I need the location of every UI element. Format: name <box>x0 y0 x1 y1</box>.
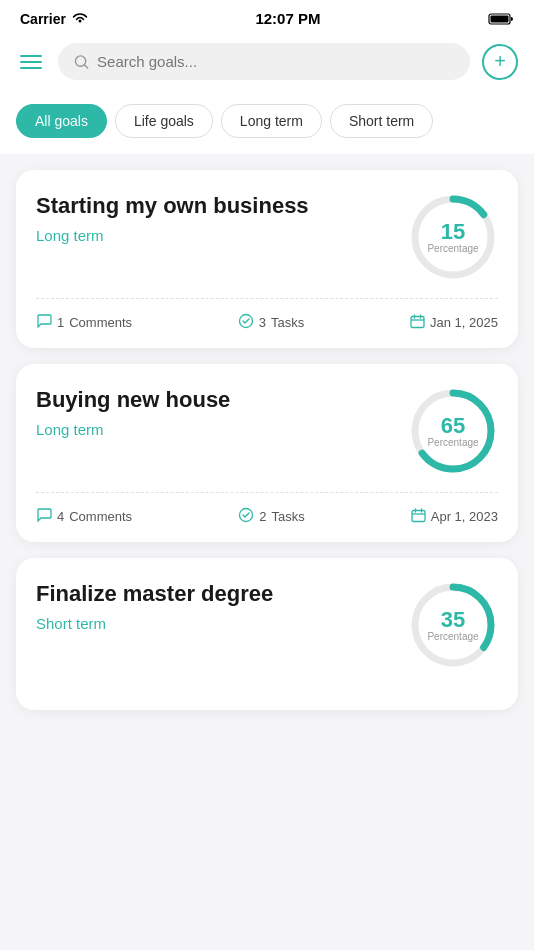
carrier-label: Carrier <box>20 11 66 27</box>
wifi-icon <box>72 11 88 27</box>
comments-label-2: Comments <box>69 509 132 524</box>
tasks-count-1: 3 <box>259 315 266 330</box>
progress-circle-2: 65 Percentage <box>408 386 498 476</box>
card-top-1: Starting my own business Long term 15 Pe… <box>36 192 498 282</box>
svg-rect-7 <box>411 316 424 327</box>
status-bar: Carrier 12:07 PM <box>0 0 534 33</box>
header: + <box>0 33 534 94</box>
tab-life-goals[interactable]: Life goals <box>115 104 213 138</box>
add-goal-button[interactable]: + <box>482 44 518 80</box>
goal-title-2: Buying new house <box>36 386 396 415</box>
goals-list: Starting my own business Long term 15 Pe… <box>0 154 534 710</box>
percent-label-2: Percentage <box>427 437 478 448</box>
goal-card-3[interactable]: Finalize master degree Short term 35 Per… <box>16 558 518 710</box>
footer-comments-1: 1 Comments <box>36 313 132 332</box>
tasks-label-1: Tasks <box>271 315 304 330</box>
progress-circle-1: 15 Percentage <box>408 192 498 282</box>
comment-icon-1 <box>36 313 52 332</box>
card-info-2: Buying new house Long term <box>36 386 396 438</box>
goal-category-1: Long term <box>36 227 396 244</box>
status-time: 12:07 PM <box>255 10 320 27</box>
footer-tasks-2: 2 Tasks <box>238 507 304 526</box>
comments-count-2: 4 <box>57 509 64 524</box>
svg-point-6 <box>239 315 252 328</box>
filter-tabs: All goals Life goals Long term Short ter… <box>0 94 534 154</box>
goal-category-3: Short term <box>36 615 396 632</box>
goal-card-1[interactable]: Starting my own business Long term 15 Pe… <box>16 170 518 348</box>
percent-num-2: 65 <box>427 415 478 437</box>
comments-count-1: 1 <box>57 315 64 330</box>
svg-rect-14 <box>412 510 425 521</box>
card-footer-1: 1 Comments 3 Tasks <box>36 313 498 332</box>
card-top-2: Buying new house Long term 65 Percentage <box>36 386 498 476</box>
goal-category-2: Long term <box>36 421 396 438</box>
goal-card-2[interactable]: Buying new house Long term 65 Percentage <box>16 364 518 542</box>
search-bar[interactable] <box>58 43 470 80</box>
comment-icon-2 <box>36 507 52 526</box>
search-input[interactable] <box>97 53 454 70</box>
footer-date-1: Jan 1, 2025 <box>410 314 498 332</box>
comments-label-1: Comments <box>69 315 132 330</box>
search-icon <box>74 54 89 70</box>
tasks-label-2: Tasks <box>271 509 304 524</box>
due-date-2: Apr 1, 2023 <box>431 509 498 524</box>
progress-circle-3: 35 Percentage <box>408 580 498 670</box>
status-left: Carrier <box>20 11 88 27</box>
card-footer-2: 4 Comments 2 Tasks <box>36 507 498 526</box>
task-icon-1 <box>238 313 254 332</box>
tab-short-term[interactable]: Short term <box>330 104 433 138</box>
percent-num-1: 15 <box>427 221 478 243</box>
card-divider-1 <box>36 298 498 299</box>
calendar-icon-1 <box>410 314 425 332</box>
card-info-1: Starting my own business Long term <box>36 192 396 244</box>
svg-rect-1 <box>491 15 509 22</box>
footer-comments-2: 4 Comments <box>36 507 132 526</box>
task-icon-2 <box>238 507 254 526</box>
svg-line-3 <box>84 64 87 67</box>
svg-point-13 <box>240 509 253 522</box>
percent-num-3: 35 <box>427 609 478 631</box>
calendar-icon-2 <box>411 508 426 526</box>
menu-button[interactable] <box>16 51 46 73</box>
status-right <box>488 12 514 26</box>
due-date-1: Jan 1, 2025 <box>430 315 498 330</box>
battery-icon <box>488 12 514 26</box>
card-divider-2 <box>36 492 498 493</box>
card-info-3: Finalize master degree Short term <box>36 580 396 632</box>
percent-label-3: Percentage <box>427 631 478 642</box>
tab-all-goals[interactable]: All goals <box>16 104 107 138</box>
goal-title-1: Starting my own business <box>36 192 396 221</box>
footer-date-2: Apr 1, 2023 <box>411 508 498 526</box>
tasks-count-2: 2 <box>259 509 266 524</box>
tab-long-term[interactable]: Long term <box>221 104 322 138</box>
goal-title-3: Finalize master degree <box>36 580 396 609</box>
footer-tasks-1: 3 Tasks <box>238 313 304 332</box>
percent-label-1: Percentage <box>427 243 478 254</box>
card-top-3: Finalize master degree Short term 35 Per… <box>36 580 498 670</box>
